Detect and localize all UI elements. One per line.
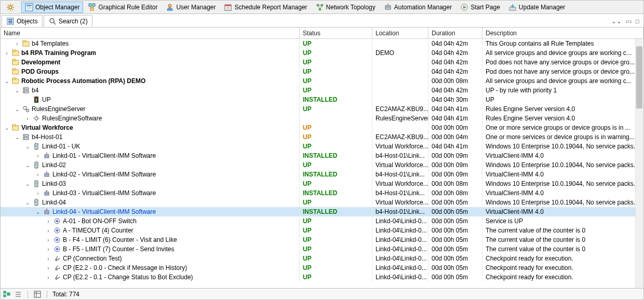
svg-rect-75 [35,144,37,147]
toolbar-gear[interactable] [3,2,20,13]
tab-objects[interactable]: Objects [2,15,43,27]
tree-row[interactable]: ⌄Robotic Process Automation (RPA) DEMOUP… [1,76,643,86]
tree-row[interactable]: POD GroupsUP04d 04h 42mPod does not have… [1,67,643,76]
collapse-icon[interactable]: ⌄ [4,125,10,131]
row-description: The current value of the counter is 0 [482,226,643,235]
tree-row[interactable]: UPINSTALLED04d 04h 30mUP [1,95,643,104]
list-view-icon[interactable] [14,290,22,298]
expand-icon[interactable]: › [45,219,51,224]
tree-row[interactable]: ⌄Linkd-02UPVirtual Workforce...00d 00h 0… [1,160,643,170]
expand-icon[interactable]: › [14,41,20,47]
tree-row[interactable]: ›Linkd-03 - VirtualClient-IMM SoftwareIN… [1,188,643,198]
row-duration: 00d 00h 05m [428,216,482,226]
tree-row[interactable]: ›RulesEngineSoftwareRulesEngineServer04d… [1,114,643,123]
tree-row[interactable]: ›CP (Connection Test)UPLinkd-04\Linkd-0.… [1,254,643,263]
expand-icon[interactable]: › [35,172,41,178]
collapse-icon[interactable]: ⌄ [4,78,10,84]
name-cell: ›CP (E2.2 - 0.1 - Change Status to Bot E… [1,272,300,282]
col-header-status[interactable]: Status [300,28,372,38]
toolbar-schedule_report[interactable]: Schedule Report Manager [220,2,311,13]
tree-row[interactable]: ›A - TIMEOUT (4) CounterUPLinkd-04\Linkd… [1,226,643,235]
row-label: Linkd-01 - UK [42,143,80,150]
collapse-icon[interactable]: ⌄ [14,88,20,93]
toolbar-update_manager[interactable]: Update Manager [505,2,569,13]
tree-row[interactable]: ⌄Linkd-03UPVirtual Workforce...00d 00h 0… [1,179,643,188]
tree-row[interactable]: ›A-01 - Bot ON-OFF SwitchUPLinkd-04\Link… [1,216,643,226]
col-header-duration[interactable]: Duration [428,28,482,38]
tree-row[interactable]: DevelopmentUP04d 04h 42mPod does not hav… [1,58,643,67]
objects-tree: ›b4 TemplatesUP04d 04h 42mThis Group con… [1,39,643,288]
collapse-icon[interactable]: ⌄ [35,209,41,215]
tree-row[interactable]: ›CP (E2.2 - 0.0 - Check if Message in Hi… [1,263,643,272]
expand-icon[interactable]: › [45,247,51,252]
toolbar-network_topology[interactable]: Network Topology [312,2,379,13]
tree-row[interactable]: ⌄Linkd-01 - UKUPVirtual Workforce...04d … [1,142,643,151]
table-view-icon[interactable] [33,290,42,298]
tree-row[interactable]: ›B - F4 - LIMIT (6) Counter - Visit and … [1,235,643,244]
row-status: UP [300,254,372,263]
maximize-view-icon[interactable]: □ [636,18,639,25]
col-header-location[interactable]: Location [372,28,428,38]
tree-row[interactable]: ›CP (E2.2 - 0.1 - Change Status to Bot E… [1,272,643,282]
collapse-icon[interactable]: ⌄ [14,134,20,140]
tree-row[interactable]: ⌄b4-Host-01UPEC2AMAZ-KBU9...00d 00h 04mO… [1,132,643,142]
tree-row[interactable]: ›b4 RPA Training ProgramUPDEMO04d 04h 42… [1,48,643,58]
toolbar-object_manager[interactable]: Object Manager [21,2,83,13]
row-description: All service groups and device groups are… [482,76,643,86]
tree-row[interactable]: ›Linkd-02 - VirtualClient-IMM SoftwareIN… [1,170,643,179]
collapse-icon[interactable]: ⌄ [24,181,31,187]
tree-row[interactable]: ›b4 TemplatesUP04d 04h 42mThis Group con… [1,39,643,48]
row-location: b4-Host-01\Link... [372,188,428,198]
name-cell: ⌄Robotic Process Automation (RPA) DEMO [1,76,300,86]
col-header-description[interactable]: Description [482,28,643,38]
tree-view-icon[interactable] [3,290,11,298]
row-status: UP [300,104,372,114]
row-location: Linkd-04\Linkd-0... [372,254,428,263]
expand-icon[interactable]: › [24,116,31,121]
expand-icon[interactable]: › [45,265,51,271]
tree-row[interactable]: ›Linkd-01 - VirtualClient-IMM SoftwareIN… [1,151,643,160]
tree-row[interactable]: ⌄Linkd-04 - VirtualClient-IMM SoftwareIN… [1,207,643,216]
expand-icon[interactable]: › [35,153,41,159]
restore-view-icon[interactable]: ▭ [626,18,632,25]
row-description: Pod does not have any service groups or … [482,67,643,76]
row-description: Service is UP [482,216,643,226]
collapse-icon[interactable]: ⌄ [14,106,20,112]
toolbar-start_page[interactable]: Start Page [457,2,504,13]
tree-row[interactable]: ⌄Virtual WorkforceUP00d 00h 00mOne or mo… [1,123,643,132]
toolbar-user_manager[interactable]: User Manager [162,2,219,13]
row-status: UP [300,86,372,95]
row-description: Checkpoint ready for execution. [482,254,643,263]
collapse-icon[interactable]: ⌄ [24,144,31,149]
tree-row[interactable]: ⌄b4UP04d 04h 42mUP - by rule with priori… [1,86,643,95]
expand-icon[interactable]: › [45,256,51,262]
row-location: b4-Host-01\Link... [372,170,428,179]
row-description: VirtualClient-IMM 4.0 [482,151,643,160]
svg-point-102 [46,212,47,213]
toolbar-automation_manager[interactable]: Automation Manager [380,2,455,13]
group-icon [11,67,20,76]
svg-rect-121 [34,291,41,297]
expand-icon[interactable]: › [45,228,51,234]
vertical-scrollbar[interactable] [635,39,643,288]
toolbar-rule_editor[interactable]: Graphical Rule Editor [84,2,161,13]
expand-icon[interactable]: › [35,190,41,196]
minimize-view-icon[interactable]: ⌄⌄ [611,18,622,25]
scrollbar-thumb[interactable] [636,46,642,108]
server-icon [22,86,30,94]
row-description: Windows 10 Enterprise 10.0.19044, No ser… [482,142,643,151]
tab-search[interactable]: Search (2) [44,15,92,27]
expand-icon[interactable]: › [4,50,10,56]
collapse-icon[interactable]: ⌄ [24,162,31,168]
row-duration: 04d 04h 41m [428,142,482,151]
tree-row[interactable]: ⌄RulesEngineServerUPEC2AMAZ-KBU9...04d 0… [1,104,643,114]
col-header-name[interactable]: Name [1,28,300,38]
light-icon [32,96,41,104]
svg-point-0 [9,6,12,9]
row-status: UP [300,244,372,254]
expand-icon[interactable]: › [45,237,51,243]
collapse-icon[interactable]: ⌄ [24,200,31,206]
expand-icon[interactable]: › [45,275,51,280]
tree-row[interactable]: ⌄Linkd-04UPVirtual Workforce...00d 00h 0… [1,198,643,207]
tree-row[interactable]: ›B - F5 - LIMIT (7) Counter - Send Invit… [1,244,643,254]
